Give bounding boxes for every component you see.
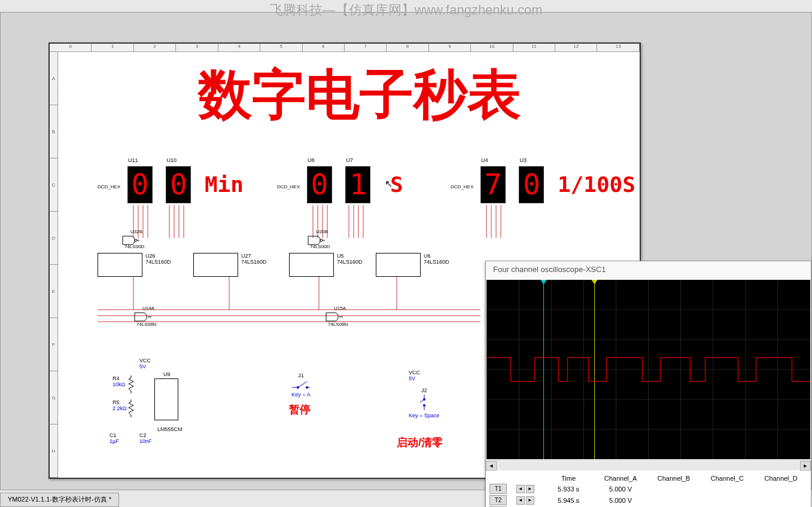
seven-seg-u3[interactable]: U3 0 [519, 166, 544, 203]
seven-seg-u10[interactable]: U10 0 [166, 166, 191, 203]
oscilloscope-screen[interactable] [486, 280, 810, 459]
t1-right-button[interactable]: ► [526, 485, 534, 493]
svg-point-2 [297, 386, 299, 389]
ic-u9-555[interactable] [154, 378, 178, 420]
r4-label: R4 10kΩ [112, 375, 125, 387]
seven-seg-u7[interactable]: U7 1 [345, 166, 370, 203]
oscilloscope-data-panel: Time Channel_A Channel_B Channel_C Chann… [486, 471, 811, 507]
t2-time: 5.945 s [544, 495, 594, 505]
scroll-left-icon[interactable]: ◄ [486, 461, 497, 471]
oscilloscope-window[interactable]: Four channel oscilloscope-XSC1 ◄ ► [485, 261, 811, 507]
unit-min: Min [205, 172, 244, 197]
ic-u6[interactable] [376, 253, 421, 277]
gate-u14a[interactable] [133, 311, 151, 322]
start-label: 启动/清零 [397, 435, 443, 450]
ruler-vertical: ABCDEFGH [50, 52, 58, 478]
gate-u15a[interactable] [325, 311, 343, 322]
display-group-minutes: DCD_HEX U11 0 U10 0 Min [127, 166, 244, 203]
r5-label: R5 2.2kΩ [112, 399, 127, 411]
seven-seg-u11[interactable]: U11 0 [127, 166, 153, 203]
document-tab[interactable]: YM022-V1.1.1-数字秒表计时-仿真 * [0, 493, 119, 507]
ic-u27[interactable] [193, 253, 238, 277]
t1-label: T1 [489, 484, 507, 494]
resistor-r4[interactable] [127, 375, 135, 393]
workspace: 012345678910111213 ABCDEFGH 数字电子秒表 DCD_H… [0, 12, 812, 490]
svg-point-4 [423, 398, 425, 401]
oscilloscope-title: Four channel oscilloscope-XSC1 [486, 261, 811, 279]
seven-seg-u8[interactable]: U8 0 [307, 166, 332, 203]
ruler-horizontal: 012345678910111213 [50, 44, 640, 52]
resistor-r5[interactable] [127, 399, 135, 417]
pause-label: 暂停 [289, 402, 311, 417]
t1-time: 5.933 s [544, 484, 594, 494]
svg-point-5 [423, 404, 425, 407]
switch-j1[interactable]: J1 Key = A [289, 372, 313, 398]
display-group-hundredths: DCD_HEX U4 7 U3 0 1/100S [480, 166, 635, 203]
t2-label: T2 [489, 495, 507, 505]
svg-marker-20 [541, 280, 547, 285]
ic-u5[interactable] [289, 253, 334, 277]
ic-u26[interactable] [98, 253, 142, 277]
t1-cha: 5.000 V [595, 484, 647, 494]
t2-right-button[interactable]: ► [526, 496, 534, 505]
switch-j2[interactable]: J2 Key = Space [409, 387, 439, 419]
unit-hsec: 1/100S [558, 172, 635, 197]
c2-label: C2 10nF [139, 432, 152, 444]
display-group-seconds: DCD_HEX U8 0 U7 1 S [307, 166, 397, 203]
t2-cha: 5.000 V [595, 495, 647, 505]
seven-seg-u4[interactable]: U4 7 [480, 166, 506, 203]
c1-label: C1 1µF [110, 432, 119, 444]
scroll-right-icon[interactable]: ► [800, 461, 811, 471]
svg-point-3 [306, 386, 308, 389]
schematic-title: 数字电子秒表 [110, 59, 610, 132]
svg-marker-21 [592, 280, 598, 285]
t1-left-button[interactable]: ◄ [516, 485, 525, 493]
vcc-j2: VCC 5V [409, 369, 420, 381]
vcc-label: VCC 5V [139, 358, 151, 369]
oscilloscope-scrollbar[interactable]: ◄ ► [486, 460, 811, 471]
t2-left-button[interactable]: ◄ [516, 496, 525, 505]
unit-sec: S [390, 172, 403, 197]
